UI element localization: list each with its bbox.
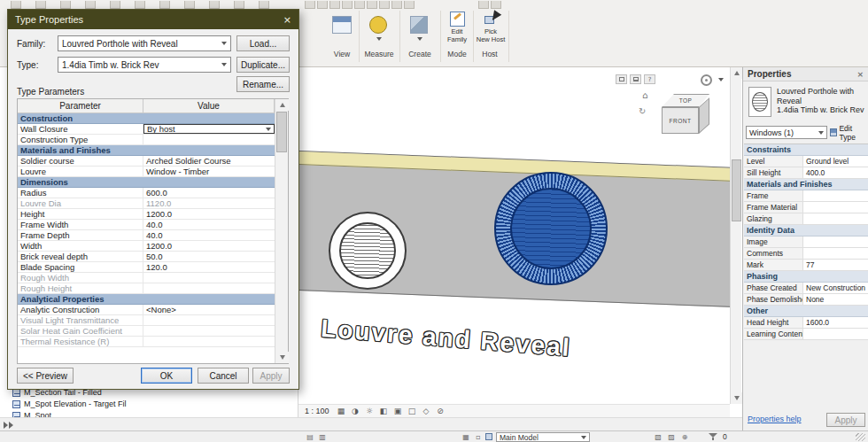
property-group-header[interactable]: Identity Data bbox=[744, 225, 868, 237]
scroll-up-icon[interactable] bbox=[731, 67, 742, 79]
property-group-header[interactable]: Constraints bbox=[744, 144, 868, 156]
view-window-maximize-icon[interactable] bbox=[630, 74, 641, 84]
create-tool-icon[interactable] bbox=[410, 16, 428, 34]
annotation-text[interactable]: Louvre and Reveal bbox=[320, 314, 572, 362]
browser-tree-item[interactable]: M_Spot Elevation - Target Fil bbox=[12, 399, 126, 409]
property-value[interactable]: 77 bbox=[802, 260, 868, 270]
toolbar-icon[interactable] bbox=[379, 1, 390, 9]
view-tool-icon[interactable] bbox=[332, 16, 352, 34]
drawing-scrollbar-vertical[interactable] bbox=[730, 67, 741, 404]
toolbar-icon[interactable] bbox=[60, 1, 71, 9]
steering-wheel-icon[interactable] bbox=[699, 73, 713, 87]
parameter-value[interactable]: 1200.0 bbox=[143, 241, 275, 251]
scroll-down-icon[interactable] bbox=[275, 352, 289, 363]
parameter-value[interactable]: Window - Timber bbox=[143, 167, 275, 176]
properties-help-link[interactable]: Properties help bbox=[748, 415, 802, 423]
dialog-title-bar[interactable]: Type Properties × bbox=[8, 10, 298, 29]
close-icon[interactable]: × bbox=[856, 70, 864, 79]
parameter-value[interactable]: 40.0 bbox=[143, 220, 275, 229]
select-pinned-icon[interactable]: ▨ bbox=[666, 432, 677, 441]
duplicate-button[interactable]: Duplicate... bbox=[236, 57, 290, 73]
porthole-louvre[interactable] bbox=[329, 212, 407, 290]
toolbar-icon[interactable] bbox=[367, 1, 377, 9]
view-window-help-icon[interactable]: ? bbox=[644, 74, 655, 84]
property-value[interactable] bbox=[802, 202, 868, 213]
property-value[interactable]: New Construction bbox=[802, 283, 868, 293]
dropdown-caret-icon[interactable] bbox=[376, 37, 382, 41]
browser-tree-item[interactable]: M_Spot bbox=[12, 410, 51, 417]
design-options-icon[interactable]: ▦ bbox=[461, 432, 471, 441]
show-crop-icon[interactable]: □ bbox=[407, 406, 418, 416]
resize-grip[interactable] bbox=[856, 433, 865, 441]
toolbar-icon[interactable] bbox=[11, 1, 21, 9]
parameter-value[interactable]: 600.0 bbox=[143, 188, 275, 198]
selection-filter-icon[interactable] bbox=[709, 433, 717, 440]
toolbar-icon[interactable] bbox=[342, 1, 353, 9]
sun-path-icon[interactable]: ☼ bbox=[364, 406, 376, 416]
toolbar-icon[interactable] bbox=[478, 1, 489, 9]
reveal-hidden-icon[interactable]: ⊘ bbox=[435, 406, 446, 416]
scrollbar-thumb[interactable] bbox=[276, 112, 287, 152]
detail-level-icon[interactable]: ▦ bbox=[336, 406, 347, 416]
ok-button[interactable]: OK bbox=[141, 368, 192, 384]
nav-bar-caret-icon[interactable] bbox=[714, 73, 728, 87]
toolbar-icon[interactable] bbox=[184, 1, 195, 9]
shadows-icon[interactable]: ◧ bbox=[378, 406, 390, 416]
parameter-value[interactable]: Arched Soldier Course bbox=[143, 156, 275, 166]
cancel-button[interactable]: Cancel bbox=[198, 368, 249, 384]
scroll-down-icon[interactable] bbox=[731, 392, 742, 404]
property-value[interactable] bbox=[802, 190, 868, 201]
scroll-up-icon[interactable] bbox=[275, 99, 289, 111]
toolbar-icon[interactable] bbox=[329, 1, 340, 9]
parameter-value[interactable]: 50.0 bbox=[143, 252, 275, 261]
dropdown-caret-icon[interactable] bbox=[417, 37, 422, 41]
visual-style-icon[interactable]: ◑ bbox=[350, 406, 361, 416]
property-value[interactable]: Ground level bbox=[802, 156, 868, 167]
temporary-hide-icon[interactable]: ◇ bbox=[421, 406, 432, 416]
property-group-header[interactable]: Materials and Finishes bbox=[744, 179, 868, 190]
parameter-value[interactable]: <None> bbox=[143, 305, 275, 314]
edit-family-button[interactable]: Edit Family bbox=[443, 12, 471, 43]
property-group-header[interactable]: Other bbox=[744, 306, 868, 317]
select-links-icon[interactable]: ▧ bbox=[653, 432, 663, 441]
measure-tool-icon[interactable] bbox=[369, 16, 387, 34]
view-window-restore-icon[interactable] bbox=[616, 74, 627, 84]
property-value[interactable]: 1600.0 bbox=[802, 317, 868, 328]
toolbar-icon[interactable] bbox=[234, 1, 244, 9]
drawing-area[interactable]: Louvre and Reveal ? ⌂ TOP FRONT ↻ bbox=[298, 67, 730, 417]
toolbar-icon[interactable] bbox=[209, 1, 220, 9]
viewcube-rotate-icon[interactable]: ↻ bbox=[639, 106, 646, 116]
property-value[interactable] bbox=[802, 248, 868, 259]
property-group-header[interactable]: Phasing bbox=[744, 271, 868, 283]
panel-apply-button[interactable]: Apply bbox=[826, 413, 865, 427]
drag-on-selection-icon[interactable]: ⊕ bbox=[679, 432, 690, 441]
toolbar-icon[interactable] bbox=[354, 1, 365, 9]
wall-closure-combo[interactable]: By host bbox=[143, 124, 275, 134]
toolbar-icon[interactable] bbox=[159, 1, 170, 9]
dialog-apply-button[interactable]: Apply bbox=[252, 368, 290, 384]
property-value[interactable]: 400.0 bbox=[802, 167, 868, 178]
viewcube[interactable]: TOP FRONT bbox=[653, 90, 718, 147]
close-icon[interactable]: × bbox=[283, 14, 291, 26]
family-dropdown[interactable]: Louvred Porthole with Reveal bbox=[58, 35, 231, 51]
toolbar-icon[interactable] bbox=[491, 1, 501, 9]
toolbar-icon[interactable] bbox=[85, 1, 96, 9]
property-value[interactable] bbox=[802, 329, 868, 339]
edit-type-button[interactable]: Edit Type bbox=[830, 126, 868, 139]
crop-view-icon[interactable]: ▣ bbox=[392, 406, 404, 416]
editing-requests-icon[interactable]: ▥ bbox=[317, 432, 328, 441]
toolbar-icon[interactable] bbox=[135, 1, 145, 9]
porthole-louvre-selected[interactable] bbox=[494, 172, 608, 285]
parameter-value[interactable]: 40.0 bbox=[143, 230, 275, 240]
browser-collapse-chevrons-icon[interactable] bbox=[4, 422, 13, 429]
toolbar-icon[interactable] bbox=[35, 1, 46, 9]
type-dropdown[interactable]: 1.4dia Timb w. Brick Rev bbox=[58, 57, 231, 73]
parameter-value[interactable]: 1200.0 bbox=[143, 209, 275, 219]
parameter-value[interactable] bbox=[143, 135, 275, 144]
scrollbar-thumb[interactable] bbox=[732, 159, 741, 221]
toolbar-icon[interactable] bbox=[305, 1, 315, 9]
toolbar-icon[interactable] bbox=[391, 1, 402, 9]
worksharing-display-icon[interactable]: ▤ bbox=[305, 432, 315, 441]
property-value[interactable] bbox=[802, 237, 868, 247]
toolbar-icon[interactable] bbox=[404, 1, 415, 9]
